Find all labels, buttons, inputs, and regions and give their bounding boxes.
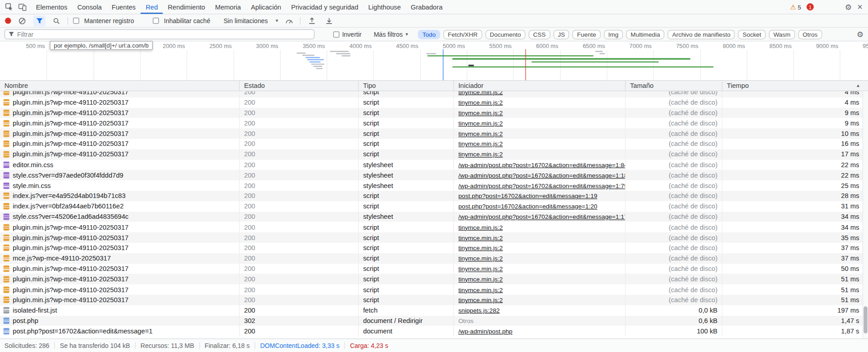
- network-conditions-icon[interactable]: [283, 15, 295, 26]
- table-row[interactable]: plugin.min.js?wp-mce-49110-20250317200sc…: [0, 284, 868, 295]
- initiator-link[interactable]: /wp-admin/post.php: [458, 328, 512, 335]
- throttling-select[interactable]: Sin limitaciones ▾: [224, 17, 278, 24]
- chip-js[interactable]: JS: [553, 29, 569, 39]
- warnings-badge[interactable]: ⚠ 5: [790, 4, 801, 10]
- table-row[interactable]: plugin.min.js?wp-mce-49110-20250317200sc…: [0, 232, 868, 243]
- initiator-link[interactable]: /wp-admin/post.php?post=16702&action=edi…: [458, 182, 626, 189]
- filter-input[interactable]: [17, 31, 311, 38]
- device-toolbar-icon[interactable]: [16, 1, 28, 12]
- initiator-link[interactable]: tinymce.min.js:2: [458, 255, 503, 262]
- table-row[interactable]: style.min.css200stylesheet/wp-admin/post…: [0, 180, 868, 191]
- cell-status: 200: [240, 326, 359, 336]
- cell-type: script: [359, 274, 454, 284]
- devtools-settings-gear-icon[interactable]: ⚙: [845, 3, 852, 11]
- chip-fuente[interactable]: Fuente: [573, 29, 600, 39]
- keep-log-checkbox[interactable]: [73, 18, 79, 24]
- table-row[interactable]: plugin.min.js?wp-mce-49110-20250317200sc…: [0, 128, 868, 139]
- initiator-link[interactable]: /wp-admin/post.php?post=16702&action=edi…: [458, 161, 626, 168]
- tab-consola[interactable]: Consola: [73, 0, 107, 14]
- initiator-link[interactable]: tinymce.min.js:2: [458, 234, 503, 241]
- table-row[interactable]: plugin.min.js?wp-mce-49110-20250317200sc…: [0, 222, 868, 232]
- tab-elementos[interactable]: Elementos: [31, 0, 72, 14]
- clear-network-log-icon[interactable]: [16, 15, 28, 26]
- search-icon[interactable]: [50, 15, 63, 26]
- tab-lighthouse[interactable]: Lighthouse: [363, 0, 406, 14]
- table-row[interactable]: style.css?ver=45206e1ad6ad4835694c200sty…: [0, 212, 868, 222]
- chip-otros[interactable]: Otros: [798, 29, 822, 39]
- table-row[interactable]: plugin.min.js?wp-mce-49110-20250317200sc…: [0, 118, 868, 128]
- initiator-link[interactable]: tinymce.min.js:2: [458, 110, 503, 116]
- invert-checkbox[interactable]: [333, 31, 339, 37]
- initiator-link[interactable]: tinymce.min.js:2: [458, 91, 503, 95]
- close-devtools-icon[interactable]: ×: [857, 2, 862, 11]
- column-header-tipo[interactable]: Tipo: [359, 81, 454, 91]
- tab-red[interactable]: Red: [141, 0, 163, 14]
- initiator-link[interactable]: tinymce.min.js:2: [458, 120, 503, 127]
- table-row[interactable]: post.php302document / RedirigirOtros0,6 …: [0, 315, 868, 326]
- chip-documento[interactable]: Documento: [485, 29, 525, 39]
- export-har-icon[interactable]: [323, 15, 335, 26]
- tab-memoria[interactable]: Memoria: [210, 0, 246, 14]
- tab-fuentes[interactable]: Fuentes: [107, 0, 141, 14]
- chip-img[interactable]: Img: [604, 29, 623, 39]
- chip-fetch-xhr[interactable]: Fetch/XHR: [444, 29, 482, 39]
- import-har-icon[interactable]: [306, 15, 318, 26]
- chip-todo[interactable]: Todo: [418, 29, 440, 39]
- column-header-tiempo[interactable]: Tiempo▲: [722, 81, 868, 91]
- column-header-tama-o[interactable]: Tamaño: [625, 81, 722, 91]
- column-header-iniciador[interactable]: Iniciador: [454, 81, 625, 91]
- record-network-log-button[interactable]: [5, 18, 11, 24]
- table-row[interactable]: plugin.min.js?wp-mce-49110-20250317200sc…: [0, 274, 868, 284]
- initiator-link[interactable]: tinymce.min.js:2: [458, 224, 503, 231]
- table-row[interactable]: plugin.min.js?wp-mce-49110-20250317200sc…: [0, 149, 868, 159]
- initiator-link[interactable]: post.php?post=16702&action=edit&message=…: [458, 193, 597, 199]
- table-row[interactable]: isolated-first.jst200fetchsnippets.js:28…: [0, 305, 868, 316]
- initiator-link[interactable]: tinymce.min.js:2: [458, 276, 503, 283]
- tab-grabadora[interactable]: Grabadora: [406, 0, 448, 14]
- initiator-link[interactable]: tinymce.min.js:2: [458, 130, 503, 137]
- chip-socket[interactable]: Socket: [738, 29, 766, 39]
- table-row[interactable]: index.js?ver=e4a952d4ab0194b71c83200scri…: [0, 191, 868, 201]
- initiator-link[interactable]: snippets.js:282: [458, 307, 500, 314]
- table-row[interactable]: plugin.min.js?wp-mce-49110-20250317200sc…: [0, 91, 868, 97]
- errors-badge[interactable]: 1: [807, 3, 814, 10]
- table-row[interactable]: plugin.min.js?wp-mce-49110-20250317200sc…: [0, 295, 868, 305]
- tab-aplicaci-n[interactable]: Aplicación: [246, 0, 286, 14]
- initiator-link[interactable]: /wp-admin/post.php?post=16702&action=edi…: [458, 172, 626, 178]
- initiator-link[interactable]: tinymce.min.js:2: [458, 99, 503, 106]
- table-row[interactable]: post.php?post=16702&action=edit&message=…: [0, 326, 868, 336]
- chip-css[interactable]: CSS: [529, 29, 550, 39]
- tab-privacidad-y-seguridad[interactable]: Privacidad y seguridad: [286, 0, 363, 14]
- table-row[interactable]: editor.min.css200stylesheet/wp-admin/pos…: [0, 159, 868, 170]
- column-header-estado[interactable]: Estado: [240, 81, 359, 91]
- initiator-link[interactable]: tinymce.min.js:2: [458, 265, 503, 272]
- scrollbar-thumb[interactable]: [863, 306, 868, 333]
- disable-cache-checkbox[interactable]: [153, 18, 159, 24]
- vertical-scrollbar[interactable]: [863, 91, 868, 338]
- initiator-link[interactable]: tinymce.min.js:2: [458, 141, 503, 148]
- more-filters-button[interactable]: Más filtros ▾: [374, 31, 408, 38]
- chip-wasm[interactable]: Wasm: [769, 29, 795, 39]
- filter-toggle-icon[interactable]: [33, 15, 45, 26]
- tab-rendimiento[interactable]: Rendimiento: [163, 0, 210, 14]
- table-row[interactable]: plugin.min.js?wp-mce-49110-20250317200sc…: [0, 243, 868, 253]
- table-row[interactable]: plugin.min.js?wp-mce-49110-20250317200sc…: [0, 97, 868, 108]
- network-settings-gear-icon[interactable]: ⚙: [857, 30, 863, 38]
- table-row[interactable]: style.css?ver=d97aede0f30f4fddd7d9200sty…: [0, 170, 868, 180]
- table-row[interactable]: plugin.min.js?wp-mce-49110-20250317200sc…: [0, 139, 868, 149]
- column-header-nombre[interactable]: Nombre: [0, 81, 240, 91]
- chip-multimedia[interactable]: Multimedia: [626, 29, 664, 39]
- initiator-link[interactable]: tinymce.min.js:2: [458, 286, 503, 293]
- inspect-element-icon[interactable]: [3, 1, 15, 12]
- initiator-link[interactable]: /wp-admin/post.php?post=16702&action=edi…: [458, 213, 626, 220]
- table-row[interactable]: index.js?ver=0bf2a944aeb7b60116e2200scri…: [0, 201, 868, 212]
- table-row[interactable]: mce.js?wp-mce-49110-20250317200scripttin…: [0, 253, 868, 264]
- initiator-link[interactable]: tinymce.min.js:2: [458, 151, 503, 158]
- initiator-link[interactable]: tinymce.min.js:2: [458, 245, 503, 251]
- initiator-link[interactable]: tinymce.min.js:2: [458, 297, 503, 304]
- chip-archivo-de-manifiesto[interactable]: Archivo de manifiesto: [668, 29, 735, 39]
- table-row[interactable]: plugin.min.js?wp-mce-49110-20250317200sc…: [0, 264, 868, 274]
- table-row[interactable]: plugin.min.js?wp-mce-49110-20250317200sc…: [0, 108, 868, 118]
- cell-type: script: [359, 284, 454, 295]
- initiator-link[interactable]: post.php?post=16702&action=edit&message=…: [458, 203, 597, 210]
